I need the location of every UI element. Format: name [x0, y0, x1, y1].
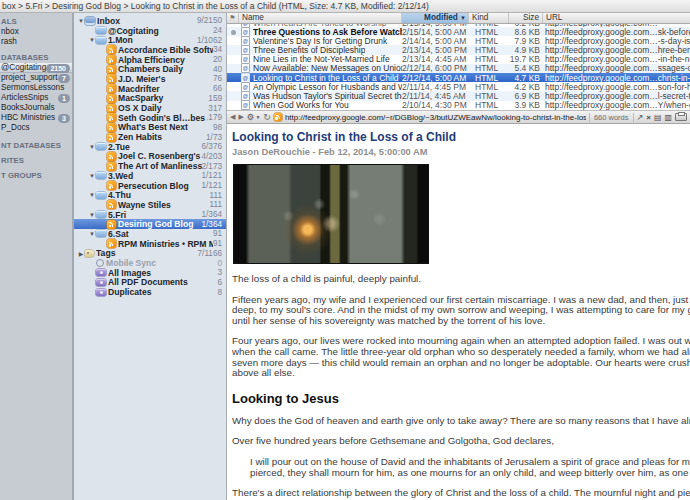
sidebar-item-all-images[interactable]: All Images3 [74, 268, 226, 278]
sidebar-item-duplicates[interactable]: Duplicates8 [74, 287, 226, 297]
sidebar-item-label: Alpha Efficiency [118, 55, 213, 65]
item-count: 159 [208, 94, 226, 103]
rss-icon [107, 84, 116, 93]
sidebar-item-persecution-blog[interactable]: Persecution Blog1/121 [74, 181, 226, 191]
sidebar-item-joel-c-rosenberg-s-blog[interactable]: Joel C. Rosenberg's Blog4/203 [74, 152, 226, 162]
item-count: 76 [213, 74, 226, 83]
kind-cell: HTML [469, 100, 509, 110]
sidebar-item-label: The Art of Manliness [118, 161, 202, 171]
rail-item-label: RITES [1, 156, 72, 166]
modified-column-header[interactable]: Modified ▼ [402, 13, 469, 23]
sidebar-item-seth-godin-s-bl-bes-and-respect[interactable]: Seth Godin's Bl…bes and respect179 [74, 113, 226, 123]
rail-item-label: HBC Ministries [1, 113, 58, 123]
printer-icon[interactable] [675, 113, 687, 121]
back-icon[interactable]: ◀ [230, 113, 235, 121]
sidebar-item-1-mon[interactable]: ▼1.Mon1/1062 [74, 35, 226, 45]
open-externally-icon[interactable]: ↗ [637, 113, 644, 122]
row-title: When God Works for You [253, 100, 349, 110]
name-column-header[interactable]: Name [239, 13, 402, 23]
sidebar-item-label: Chambers Daily [118, 64, 213, 74]
unread-count-badge: 3 [58, 114, 70, 123]
url-column-header[interactable]: URL [543, 13, 690, 23]
disclosure-triangle-icon[interactable]: ▼ [88, 37, 96, 43]
item-count: 317 [208, 104, 226, 113]
gear-icon[interactable]: ⚙ [247, 112, 255, 122]
disclosure-triangle-icon[interactable]: ▼ [88, 212, 96, 218]
rail-item-label: rash [1, 37, 72, 47]
sidebar-item-what-s-best-next[interactable]: What's Best Next98 [74, 123, 226, 133]
sidebar-item-label: Seth Godin's Bl…bes and respect [118, 113, 208, 123]
item-count: 66 [213, 84, 226, 93]
item-count: 20 [213, 55, 226, 64]
rail-item-label: P_Docs [1, 123, 72, 133]
list-row[interactable]: @When God Works for You2/10/14, 4:30 PMH… [227, 101, 690, 110]
rss-icon [107, 162, 116, 171]
rail-item-booksjournals[interactable]: BooksJournals [0, 103, 72, 113]
article-paragraph: Fifteen years ago, my wife and I experie… [232, 295, 690, 327]
rail-item-nbox[interactable]: nbox [0, 27, 72, 37]
sidebar-item-label: @Cogitating [108, 26, 213, 36]
rail-item-hbc-ministries[interactable]: HBC Ministries3 [0, 113, 72, 123]
flag-column-header[interactable]: ⚑ [227, 13, 239, 23]
disclosure-triangle-icon[interactable]: ▼ [88, 192, 96, 198]
rail-item-p-docs[interactable]: P_Docs [0, 123, 72, 133]
sidebar-item-macdrifter[interactable]: Macdrifter66 [74, 84, 226, 94]
sidebar-item-zen-habits[interactable]: Zen Habits1/73 [74, 132, 226, 142]
list-header: ⚑ Name Modified ▼ Kind Size URL [227, 13, 690, 24]
article-title: Looking to Christ in the Loss of a Child [232, 130, 690, 144]
sidebar-item-all-pdf-documents[interactable]: All PDF Documents6 [74, 278, 226, 288]
sidebar-item-os-x-daily[interactable]: OS X Daily317 [74, 103, 226, 113]
sidebar-item-4-thu[interactable]: ▼4.Thu111 [74, 190, 226, 200]
item-count: 1/1062 [197, 36, 226, 45]
disclosure-triangle-icon[interactable]: ▶ [77, 250, 85, 257]
sidebar-item-desiring-god-blog[interactable]: Desiring God Blog1/364 [74, 219, 226, 229]
sidebar-item-the-art-of-manliness[interactable]: The Art of Manliness2/173 [74, 161, 226, 171]
sidebar-item-tags[interactable]: ▶Tags7/1166 [74, 249, 226, 259]
disclosure-triangle-icon[interactable]: ▼ [88, 144, 96, 150]
sidebar-item-6-sat[interactable]: ▼6.Sat91 [74, 229, 226, 239]
sidebar-item-accordance-bible-software-blog[interactable]: Accordance Bible Software Blog34 [74, 45, 226, 55]
text-view-icon[interactable]: ▤ [654, 113, 662, 122]
sidebar-item-2-tue[interactable]: ▼2.Tue6/376 [74, 142, 226, 152]
rail-item-label: NT DATABASES [1, 141, 72, 151]
forward-icon[interactable]: ▶ [238, 113, 243, 121]
sidebar-item-rpm-ministries-rpm-ministries[interactable]: RPM Ministries • RPM Ministries91 [74, 239, 226, 249]
name-cell: @When God Works for You [239, 100, 402, 110]
sidebar-item-mobile-sync[interactable]: Mobile Sync0 [74, 258, 226, 268]
article-byline: Jason DeRouchie - Feb 12, 2014, 5:00:00 … [232, 147, 690, 157]
item-count: 1/121 [202, 171, 227, 180]
rail-item-articlessnips[interactable]: ArticlesSnips1 [0, 93, 72, 103]
rail-item-sermonslessons[interactable]: SermonsLessons [0, 83, 72, 93]
sidebar-item-label: 2.Tue [108, 142, 202, 152]
rail-item-project-support[interactable]: project_support7 [0, 73, 72, 83]
reload-icon[interactable]: ↻ [263, 112, 271, 122]
sidebar-item-inbox[interactable]: ▼Inbox9/2150 [74, 16, 226, 26]
sidebar-item-alpha-efficiency[interactable]: Alpha Efficiency20 [74, 55, 226, 65]
rail-item-label: BooksJournals [1, 103, 72, 113]
sidebar-item-macsparky[interactable]: MacSparky159 [74, 94, 226, 104]
split-view-icon[interactable]: ▥ [664, 113, 672, 122]
disclosure-triangle-icon[interactable]: ▼ [88, 231, 96, 237]
url-text[interactable]: http://feedproxy.google.com/~r/DGBlog/~3… [285, 113, 586, 122]
sidebar-item-3-wed[interactable]: ▼3.Wed1/121 [74, 171, 226, 181]
sidebar-item-label: Desiring God Blog [118, 219, 202, 229]
folder-icon [96, 143, 106, 150]
rail-item-rash[interactable]: rash [0, 37, 72, 47]
sidebar-item-label: Accordance Bible Software Blog [118, 45, 213, 55]
close-icon[interactable]: × [646, 113, 651, 122]
sidebar-item-label: RPM Ministries • RPM Ministries [118, 239, 213, 249]
sidebar-item-chambers-daily[interactable]: Chambers Daily40 [74, 64, 226, 74]
size-column-header[interactable]: Size [509, 13, 543, 23]
sidebar-item-label: Joel C. Rosenberg's Blog [118, 151, 202, 161]
disclosure-triangle-icon[interactable]: ▼ [88, 173, 96, 179]
sidebar-item-5-fri[interactable]: ▼5.Fri1/364 [74, 210, 226, 220]
sidebar-item-wayne-stiles[interactable]: Wayne Stiles111 [74, 200, 226, 210]
disclosure-triangle-icon[interactable]: ▼ [77, 18, 85, 24]
sidebar-item-label: J.D. Meier's [118, 74, 213, 84]
kind-column-header[interactable]: Kind [469, 13, 509, 23]
rail-item--cogitating[interactable]: @Cogitating2150 [0, 63, 72, 73]
sidebar-item--cogitating[interactable]: @Cogitating24 [74, 26, 226, 36]
rss-icon [107, 123, 116, 132]
rail-item-label: nbox [1, 27, 72, 37]
sidebar-item-j-d-meier-s[interactable]: J.D. Meier's76 [74, 74, 226, 84]
